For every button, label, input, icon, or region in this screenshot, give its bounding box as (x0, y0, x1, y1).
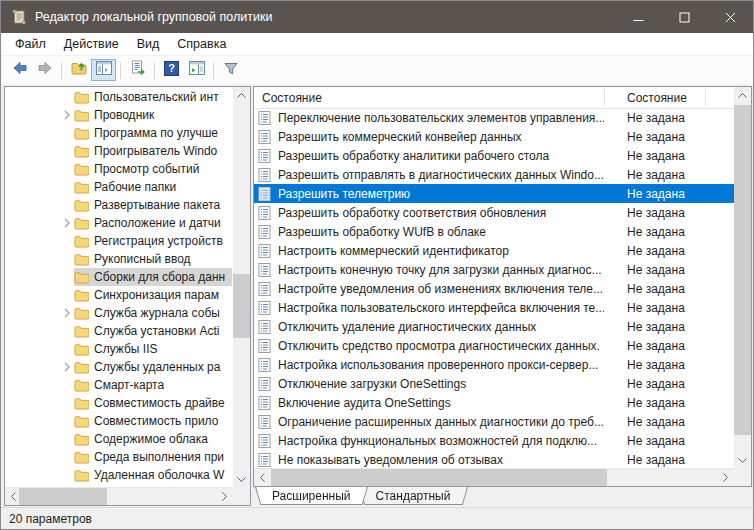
scroll-thumb[interactable] (271, 469, 607, 486)
tree-item[interactable]: Служба установки Acti (6, 322, 232, 340)
menu-view[interactable]: Вид (128, 33, 169, 55)
tree-item[interactable]: Программа по улучше (6, 124, 232, 142)
scroll-right-button[interactable] (216, 488, 233, 505)
list-row[interactable]: Разрешить обработку WUfB в облакеНе зада… (254, 222, 734, 241)
list-row[interactable]: Разрешить отправлять в диагностических д… (254, 165, 734, 184)
up-one-level-button[interactable] (66, 59, 91, 81)
tree-item[interactable]: Рукописный ввод (6, 250, 232, 268)
policy-icon (258, 320, 271, 334)
policy-icon (258, 434, 271, 448)
row-name: Включение аудита OneSettings (278, 396, 604, 410)
row-name: Настроить коммерческий идентификатор (278, 244, 604, 258)
scroll-left-button[interactable] (254, 469, 271, 486)
column-header-state[interactable]: Состояние (627, 87, 687, 108)
tree-horizontal-scrollbar[interactable] (5, 487, 233, 505)
list-row[interactable]: Переключение пользовательских элементов … (254, 108, 734, 127)
gpedit-scroll-icon (11, 9, 27, 25)
tree-item-label: Совместимость прило (94, 414, 232, 428)
list-row[interactable]: Включение аудита OneSettingsНе задана (254, 393, 734, 412)
column-divider[interactable] (705, 89, 706, 106)
tree-vertical-scrollbar[interactable] (233, 87, 250, 488)
scroll-up-button[interactable] (233, 87, 250, 104)
tree-item[interactable]: Служба журнала собы (6, 304, 232, 322)
list-row[interactable]: Разрешить обработку соответствия обновле… (254, 203, 734, 222)
tree-item[interactable]: Проводник (6, 106, 232, 124)
tree-item[interactable]: Службы удаленных ра (6, 358, 232, 376)
tree-item-label: Удаленная оболочка W (94, 468, 232, 482)
tree-item[interactable]: Среда выполнения при (6, 448, 232, 466)
tree-item[interactable]: Развертывание пакета (6, 196, 232, 214)
list-row[interactable]: Разрешить обработку аналитики рабочего с… (254, 146, 734, 165)
help-button[interactable]: ? (159, 59, 184, 81)
tree-item[interactable]: Совместимость прило (6, 412, 232, 430)
list-horizontal-scrollbar[interactable] (254, 468, 734, 486)
tree-item[interactable]: Смарт-карта (6, 376, 232, 394)
list-row[interactable]: Настроить конечную точку для загрузки да… (254, 260, 734, 279)
tree-item[interactable]: Пользовательский инт (6, 88, 232, 106)
tree-item[interactable]: Синхронизация парам (6, 286, 232, 304)
scroll-thumb[interactable] (734, 105, 751, 435)
scroll-up-button[interactable] (734, 87, 751, 104)
list-row[interactable]: Настройка пользовательского интерфейса в… (254, 298, 734, 317)
tab-extended[interactable]: Расширенный (255, 487, 368, 507)
show-console-tree-button[interactable] (91, 59, 116, 81)
expander-icon[interactable] (60, 110, 74, 120)
list-row[interactable]: Отключение загрузки OneSettingsНе задана (254, 374, 734, 393)
list-row[interactable]: Настроить коммерческий идентификаторНе з… (254, 241, 734, 260)
list-row-selected[interactable]: Разрешить телеметриюНе задана (254, 184, 734, 203)
tree-item[interactable]: Просмотр событий (6, 160, 232, 178)
tree-item[interactable]: Проигрыватель Windo (6, 142, 232, 160)
scroll-down-button[interactable] (233, 471, 250, 488)
row-state: Не задана (627, 282, 685, 296)
tree-item[interactable]: Рабочие папки (6, 178, 232, 196)
expander-icon[interactable] (60, 362, 74, 372)
tree-item[interactable]: Содержимое облака (6, 430, 232, 448)
list-row[interactable]: Отключить средство просмотра диагностиче… (254, 336, 734, 355)
tree-item-label: Содержимое облака (94, 432, 232, 446)
row-name: Разрешить отправлять в диагностических д… (278, 168, 604, 182)
menu-action[interactable]: Действие (55, 33, 128, 55)
folder-icon (74, 91, 89, 104)
list-row[interactable]: Разрешить коммерческий конвейер данныхНе… (254, 127, 734, 146)
tree-item[interactable]: Удаленная оболочка W (6, 466, 232, 484)
list-row[interactable]: Настройте уведомления об изменениях вклю… (254, 279, 734, 298)
tree-item-label: Регистрация устройств (94, 234, 232, 248)
list-vertical-scrollbar[interactable] (734, 87, 751, 469)
tab-standard[interactable]: Стандартный (359, 487, 468, 507)
svg-text:?: ? (168, 62, 175, 74)
scroll-down-button[interactable] (734, 452, 751, 469)
tree-item-label: Пользовательский инт (94, 90, 232, 104)
row-name: Переключение пользовательских элементов … (278, 111, 604, 125)
scroll-thumb[interactable] (233, 274, 250, 338)
list-row[interactable]: Отключить удаление диагностических данны… (254, 317, 734, 336)
list-row[interactable]: Настройка использования проверенного про… (254, 355, 734, 374)
filter-button[interactable] (218, 59, 243, 81)
policy-icon (258, 396, 271, 410)
scroll-right-button[interactable] (717, 469, 734, 486)
expander-icon[interactable] (60, 218, 74, 228)
maximize-button[interactable] (661, 1, 707, 33)
menu-help[interactable]: Справка (168, 33, 235, 55)
tree-item[interactable]: Службы IIS (6, 340, 232, 358)
column-header-setting[interactable]: Состояние (262, 87, 322, 108)
tree-item-label: Рукописный ввод (94, 252, 232, 266)
menu-file[interactable]: Файл (6, 33, 55, 55)
export-list-button[interactable] (125, 59, 150, 81)
tree-item-selected[interactable]: Сборки для сбора данн (6, 268, 232, 286)
tree-item[interactable]: Совместимость драйве (6, 394, 232, 412)
tree-item[interactable]: Расположение и датчи (6, 214, 232, 232)
show-action-pane-button[interactable] (184, 59, 209, 81)
scroll-thumb[interactable] (19, 488, 107, 505)
list-row[interactable]: Ограничение расширенных данных диагности… (254, 412, 734, 431)
minimize-button[interactable] (615, 1, 661, 33)
back-button[interactable] (7, 59, 32, 81)
row-state: Не задана (627, 130, 685, 144)
list-row[interactable]: Настройка функциональных возможностей дл… (254, 431, 734, 450)
list-row[interactable]: Не показывать уведомления об отзывахНе з… (254, 450, 734, 469)
column-divider[interactable] (604, 89, 605, 106)
tree-item[interactable]: Регистрация устройств (6, 232, 232, 250)
row-state: Не задана (627, 377, 685, 391)
forward-button[interactable] (32, 59, 57, 81)
close-button[interactable] (707, 1, 753, 33)
expander-icon[interactable] (60, 308, 74, 318)
